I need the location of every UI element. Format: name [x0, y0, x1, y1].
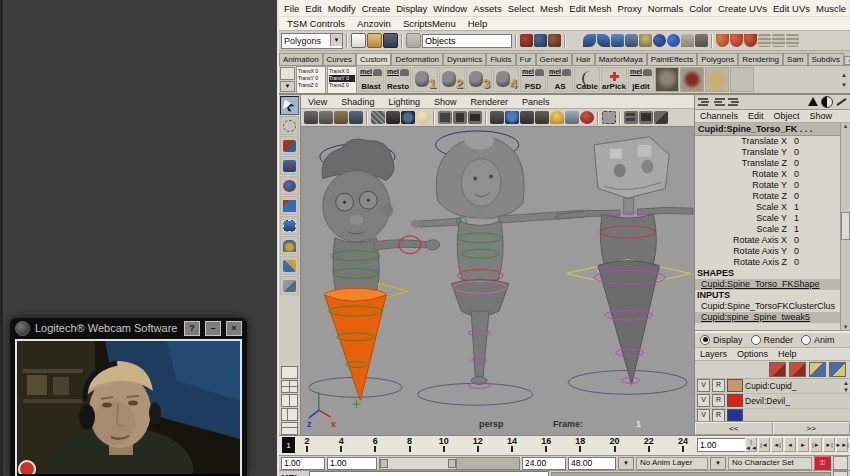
layer-page-prev-button[interactable]: << [695, 422, 773, 435]
scrollbar-thumb[interactable] [841, 212, 850, 240]
webcam-help-button[interactable]: ? [184, 321, 200, 336]
frame-selection-icon[interactable] [602, 111, 616, 124]
menu-color[interactable]: Color [686, 3, 715, 14]
xray-joints-icon[interactable] [535, 111, 549, 124]
shelf-button-cable[interactable]: Cable [574, 67, 600, 92]
layer-renderable-toggle[interactable]: R [712, 379, 725, 392]
channel-value[interactable]: 0 [787, 235, 834, 246]
shelf-tab-custom[interactable]: Custom [356, 53, 392, 65]
step-forward-key-button[interactable]: ►| [823, 437, 835, 452]
layer-visible-toggle[interactable]: V [697, 409, 710, 421]
move-tool[interactable] [280, 156, 299, 175]
step-back-frame-button[interactable]: ◄| [771, 437, 783, 452]
channel-value[interactable]: 0 [787, 180, 834, 191]
construction-sphere-icon[interactable] [653, 34, 666, 47]
film-gate-icon[interactable] [453, 111, 467, 124]
image-plane-icon[interactable] [349, 111, 363, 124]
radio-display[interactable]: Display [700, 335, 743, 345]
layer-move-up-icon[interactable] [809, 362, 826, 377]
menu-edit-mesh[interactable]: Edit Mesh [566, 3, 614, 14]
menu-channels[interactable]: Channels [695, 111, 743, 121]
input-node-row[interactable]: Cupid:spine_Spine_tweak5 [695, 312, 850, 323]
frame-ticks[interactable]: 2 4 6 8 10 12 14 16 18 20 22 24 [299, 436, 691, 455]
snap-point-icon[interactable] [597, 34, 610, 47]
layout-list-icon-3[interactable] [728, 97, 740, 107]
shelf-button-mouse-2[interactable]: 2 [439, 67, 465, 92]
menu-cb-show[interactable]: Show [805, 111, 838, 121]
viewport-menu-shading[interactable]: Shading [334, 97, 381, 107]
anim-layer-dropdown-icon[interactable]: ▼ [618, 457, 634, 470]
shelf-button-mouse-4[interactable]: 4 [493, 67, 519, 92]
menu-object[interactable]: Object [769, 111, 805, 121]
xray-icon[interactable] [520, 111, 534, 124]
layout-four-pane-button[interactable] [281, 380, 298, 393]
animation-preferences-icon[interactable] [833, 456, 848, 470]
resolution-gate-icon[interactable] [438, 111, 452, 124]
shelf-button-mel-extra[interactable] [730, 67, 754, 92]
selected-object-name[interactable]: Cupid:Spine_Torso_FK . . . [695, 123, 850, 136]
webcam-titlebar[interactable]: Logitech® Webcam Software ? – × [10, 318, 247, 338]
layout-persp-outliner-button[interactable] [281, 408, 298, 421]
paint-select-tool[interactable] [280, 136, 299, 155]
viewport-menu-lighting[interactable]: Lighting [381, 97, 427, 107]
webcam-close-button[interactable]: × [226, 321, 242, 336]
snap-magnet-curve-icon[interactable] [730, 34, 743, 47]
output-operations-icon[interactable] [772, 34, 785, 47]
playback-range[interactable] [380, 458, 457, 469]
scroll-down-icon[interactable]: ▼ [843, 324, 849, 330]
snap-curve-icon[interactable] [583, 34, 596, 47]
playback-end-field[interactable] [522, 457, 566, 470]
snap-plane-icon[interactable] [611, 34, 624, 47]
mini-channel-widget-2[interactable]: TransX 0 TransY 0 TransZ 0 [327, 66, 357, 94]
lighting-bulb-icon[interactable] [550, 111, 564, 124]
new-layer-icon[interactable] [789, 362, 806, 377]
menu-modify[interactable]: Modify [325, 3, 359, 14]
menu-scriptsmenu[interactable]: ScriptsMenu [397, 18, 462, 29]
speed-toggle-icon[interactable] [821, 96, 833, 108]
shelf-button-red-tool[interactable] [680, 67, 704, 92]
shelf-tab-animation[interactable]: Animation [279, 53, 323, 65]
render-globals-icon[interactable] [639, 111, 653, 124]
layer-color-swatch[interactable] [727, 394, 743, 407]
rotate-tool[interactable] [280, 176, 299, 195]
layout-two-pane-button[interactable] [281, 394, 298, 407]
playback-start-field[interactable] [327, 457, 377, 470]
current-time-field[interactable] [697, 438, 747, 452]
shelf-scroll-up-icon[interactable]: ▲ [841, 72, 847, 78]
menu-muscle[interactable]: Muscle [813, 3, 849, 14]
go-to-start-button[interactable]: |◄◄ [745, 437, 757, 452]
textured-icon[interactable] [401, 111, 415, 124]
step-forward-frame-button[interactable]: |► [810, 437, 822, 452]
shelf-scroll-down-icon[interactable]: ▼ [841, 82, 847, 88]
range-slider-track[interactable] [379, 457, 520, 470]
shelf-menu-arrow-icon[interactable]: ▼ [280, 81, 295, 92]
highlight-icon[interactable] [695, 34, 708, 47]
shelf-book-icon[interactable] [280, 67, 295, 80]
input-node-row[interactable]: Cupid:Spine_TorsoFKClusterClus [695, 301, 850, 312]
shelf-tab-sam[interactable]: Sam [783, 53, 807, 65]
layer-color-swatch[interactable] [727, 379, 743, 392]
make-live-icon[interactable] [625, 34, 638, 47]
character-set-selector[interactable]: No Character Set [728, 457, 812, 470]
hyperbolic-icon[interactable] [836, 98, 846, 106]
layer-visible-toggle[interactable]: V [697, 379, 710, 392]
snap-magnet-point-icon[interactable] [744, 34, 757, 47]
menu-assets[interactable]: Assets [470, 3, 505, 14]
select-object-icon[interactable] [534, 34, 547, 47]
scroll-up-icon[interactable]: ▲ [843, 123, 849, 129]
menu-display[interactable]: Display [393, 3, 430, 14]
channel-value[interactable]: 0 [787, 169, 834, 180]
current-frame-marker[interactable]: 1 [282, 437, 295, 453]
channel-value[interactable]: 1 [787, 224, 834, 235]
shelf-button-jedit[interactable]: mel jEdit [628, 67, 654, 92]
field-chart-icon[interactable] [468, 111, 482, 124]
fog-icon[interactable] [580, 111, 594, 124]
anim-layer-selector[interactable]: No Anim Layer [636, 457, 708, 470]
viewport-menu-show[interactable]: Show [427, 97, 464, 107]
last-tool-used[interactable] [280, 276, 299, 295]
input-operations-icon[interactable] [758, 34, 771, 47]
lasso-tool[interactable] [280, 116, 299, 135]
select-component-icon[interactable] [548, 34, 561, 47]
new-empty-layer-icon[interactable] [769, 362, 786, 377]
history-toggle-icon[interactable] [786, 34, 799, 47]
